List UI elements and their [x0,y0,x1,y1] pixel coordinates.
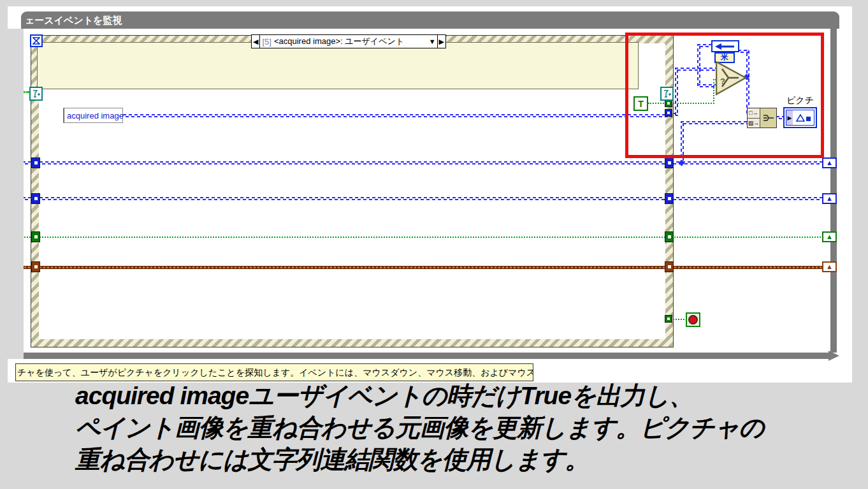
while-loop-right-border [830,29,837,353]
left-tunnel-error[interactable] [31,261,40,272]
shift-register-up-icon: ▲ [826,159,833,166]
case-previous-arrow-icon[interactable]: ◀ [252,35,259,48]
hourglass-icon [33,37,40,45]
annotation-caption: acquired imageユーザイベントの時だけTrueを出力し、 ペイント画… [75,380,859,476]
free-label-box[interactable] [37,42,639,89]
case-next-arrow-icon[interactable]: ▶ [438,35,445,48]
left-tunnel-picture-1[interactable] [31,157,40,168]
acquired-image-wire [123,114,672,117]
shift-register-up-icon: ▲ [826,263,833,270]
while-loop-corner [828,351,839,361]
shift-register-up-icon: ▲ [826,195,833,202]
stop-icon [688,315,698,325]
caption-line-3: 重ね合わせには文字列連結関数を使用します。 [75,444,859,476]
left-tunnel-boolean[interactable] [31,231,40,242]
shift-register-picture-2[interactable]: ▲ [822,193,837,204]
shift-register-up-icon: ▲ [826,233,833,240]
event-timeout-terminal[interactable] [30,34,43,47]
right-tunnel-picture-2[interactable] [665,193,674,204]
event-case-selector[interactable]: ◀ [5] <acquired image>: ユーザイベント ▼ ▶ [251,34,446,48]
tunnel-stop-out[interactable] [665,315,672,323]
loop-condition-stop-terminal[interactable] [686,312,700,327]
dynamic-event-terminal-left[interactable] [29,87,43,101]
left-tunnel-picture-2[interactable] [31,193,40,204]
loop-label-text: ェースイベントを監視 [25,15,122,26]
red-highlight-rectangle [625,33,824,158]
tooltip-text: チャを使って、ユーザがピクチャをクリックしたことを探知します。イベントには、マウ… [17,367,533,377]
while-loop-bottom-border [15,353,832,359]
acquired-image-event-label[interactable]: acquired image [63,108,123,123]
shift-register-boolean[interactable]: ▲ [822,231,837,242]
picture-wire-row-1 [22,161,823,164]
picture-wire-row-2 [22,197,823,200]
right-tunnel-picture-1[interactable] [665,157,674,168]
event-registration-icon [32,89,41,99]
acquired-image-text: acquired image [64,111,124,120]
caption-line-2: ペイント画像を重ね合わせる元画像を更新します。ピクチャの [75,412,859,444]
caption-line-1: acquired imageユーザイベントの時だけTrueを出力し、 [75,380,859,412]
context-help-tooltip: チャを使って、ユーザがピクチャをクリックしたことを探知します。イベントには、マウ… [15,363,533,381]
case-index: [5] [262,37,271,47]
case-dropdown-icon[interactable]: ▼ [428,35,437,48]
case-name[interactable]: <acquired image>: ユーザイベント [274,36,404,47]
stop-wire [673,319,687,320]
shift-register-picture-1[interactable]: ▲ [822,157,837,168]
crop-edge-strip [0,29,24,359]
right-tunnel-error[interactable] [665,261,674,272]
boolean-wire-row [22,237,823,238]
while-loop-subdiagram-label: ェースイベントを監視 [21,11,839,29]
shift-register-error[interactable]: ▲ [822,261,837,272]
selector-divider [259,35,260,48]
error-wire-row [22,266,823,269]
right-tunnel-boolean[interactable] [665,231,674,242]
